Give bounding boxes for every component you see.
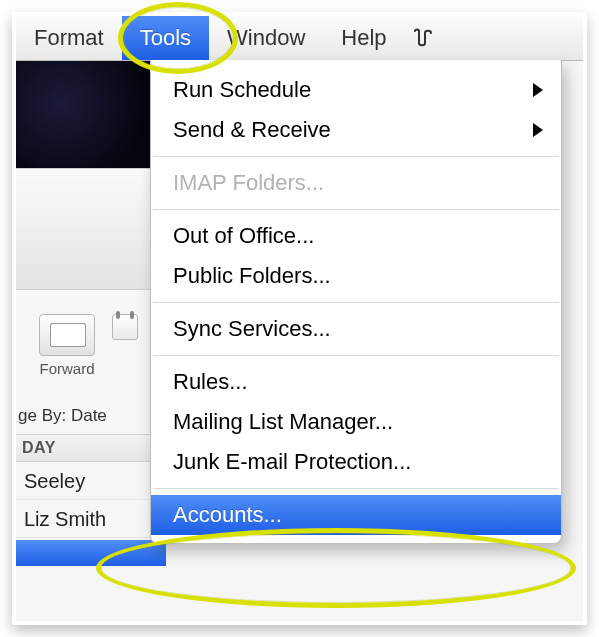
arrange-by-label: ge By: Date [16, 406, 107, 426]
bg-toolbar: Forward [16, 314, 166, 377]
menuitem-label: Rules... [173, 369, 248, 395]
menuitem-send-receive[interactable]: Send & Receive [151, 110, 561, 150]
chevron-right-icon [533, 83, 543, 97]
menuitem-accounts[interactable]: Accounts... [151, 495, 561, 535]
menuitem-label: Accounts... [173, 502, 282, 528]
menuitem-out-of-office[interactable]: Out of Office... [151, 216, 561, 256]
menuitem-sync-services[interactable]: Sync Services... [151, 309, 561, 349]
menuitem-imap-folders: IMAP Folders... [151, 163, 561, 203]
script-menu-icon[interactable] [405, 16, 443, 60]
list-item-selected[interactable] [16, 540, 166, 566]
forward-label: Forward [39, 360, 94, 377]
menuitem-label: IMAP Folders... [173, 170, 324, 196]
menuitem-label: Out of Office... [173, 223, 314, 249]
menuitem-junk-protection[interactable]: Junk E-mail Protection... [151, 442, 561, 482]
menu-window[interactable]: Window [209, 16, 323, 60]
calendar-icon[interactable] [112, 314, 138, 340]
menuitem-label: Run Schedule [173, 77, 311, 103]
chevron-right-icon [533, 123, 543, 137]
menu-bar: Format Tools Window Help [16, 16, 583, 61]
content-clip: Format Tools Window Help Forward ge By: … [16, 16, 583, 621]
menu-format[interactable]: Format [16, 16, 122, 60]
menu-separator [153, 302, 559, 303]
forward-icon [39, 314, 95, 356]
menuitem-label: Sync Services... [173, 316, 331, 342]
menuitem-label: Mailing List Manager... [173, 409, 393, 435]
menuitem-mailing-list-manager[interactable]: Mailing List Manager... [151, 402, 561, 442]
menu-separator [153, 209, 559, 210]
arrow-right-icon [66, 329, 78, 343]
bg-dark-area [16, 60, 166, 168]
menu-separator [153, 355, 559, 356]
menuitem-label: Send & Receive [173, 117, 331, 143]
menuitem-label: Junk E-mail Protection... [173, 449, 411, 475]
forward-button[interactable]: Forward [22, 314, 112, 377]
bg-toolbar-area [16, 168, 166, 290]
menu-help[interactable]: Help [323, 16, 404, 60]
menu-tools[interactable]: Tools [122, 16, 209, 60]
menuitem-public-folders[interactable]: Public Folders... [151, 256, 561, 296]
menu-separator [153, 488, 559, 489]
menu-separator [153, 156, 559, 157]
tools-dropdown: Run Schedule Send & Receive IMAP Folders… [150, 60, 562, 544]
menuitem-run-schedule[interactable]: Run Schedule [151, 70, 561, 110]
menuitem-rules[interactable]: Rules... [151, 362, 561, 402]
menuitem-label: Public Folders... [173, 263, 331, 289]
